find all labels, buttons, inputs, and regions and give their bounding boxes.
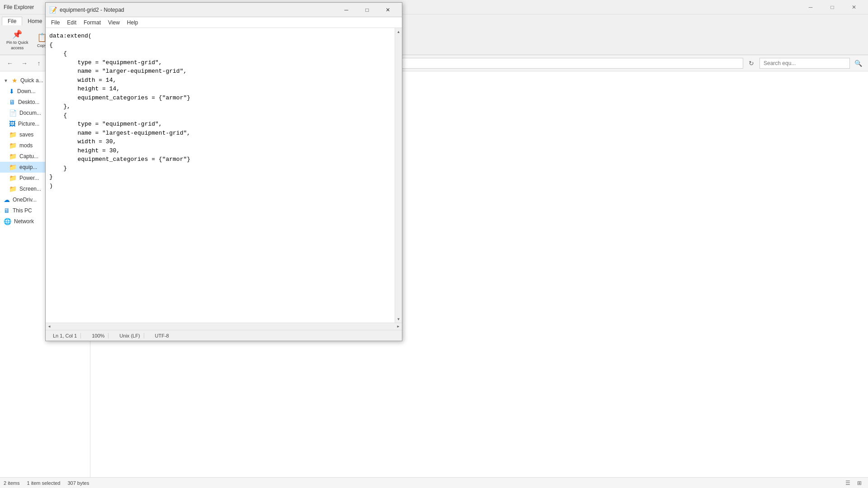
downloads-label: Down... bbox=[17, 88, 36, 94]
thispc-label: This PC bbox=[13, 207, 32, 214]
scroll-right-button[interactable]: ► bbox=[395, 323, 402, 330]
captures-label: Captu... bbox=[19, 153, 38, 160]
downloads-icon: ⬇ bbox=[9, 88, 14, 95]
mods-folder-icon: 📁 bbox=[9, 142, 17, 149]
np-content: data:extend( { { type = "equipment-grid"… bbox=[46, 28, 402, 323]
details-view-button[interactable]: ⊞ bbox=[854, 479, 864, 487]
expand-arrow-icon: ▼ bbox=[4, 78, 8, 83]
desktop-icon: 🖥 bbox=[9, 99, 15, 106]
np-textarea[interactable]: data:extend( { { type = "equipment-grid"… bbox=[46, 28, 395, 323]
mods-label: mods bbox=[19, 142, 33, 149]
fe-titlebar-controls: ─ □ ✕ bbox=[800, 0, 864, 14]
np-menu-help[interactable]: Help bbox=[123, 19, 142, 27]
scroll-down-button[interactable]: ▼ bbox=[395, 315, 402, 323]
np-zoom: 100% bbox=[88, 333, 108, 338]
np-line-col: Ln 1, Col 1 bbox=[49, 333, 81, 338]
quick-access-label: Quick a... bbox=[20, 77, 43, 84]
back-button[interactable]: ← bbox=[4, 57, 16, 70]
pictures-label: Picture... bbox=[18, 121, 39, 127]
captures-folder-icon: 📁 bbox=[9, 153, 17, 160]
np-minimize-button[interactable]: ─ bbox=[336, 3, 357, 17]
saves-folder-icon: 📁 bbox=[9, 131, 17, 138]
statusbar-right: ☰ ⊞ bbox=[843, 479, 864, 487]
np-encoding: UTF-8 bbox=[151, 333, 173, 338]
star-icon: ★ bbox=[12, 77, 18, 84]
pin-label: Pin to Quickaccess bbox=[6, 40, 28, 51]
pin-quick-access-button[interactable]: 📌 Pin to Quickaccess bbox=[4, 28, 31, 52]
np-hscrollbar[interactable]: ◄ ► bbox=[46, 323, 402, 330]
np-menu-edit[interactable]: Edit bbox=[63, 19, 80, 27]
np-titlebar-left: 📝 equipment-grid2 - Notepad bbox=[49, 6, 124, 14]
desktop-label: Deskto... bbox=[18, 99, 39, 105]
fe-statusbar: 2 items 1 item selected 307 bytes ☰ ⊞ bbox=[0, 477, 868, 488]
np-statusbar: Ln 1, Col 1 100% Unix (LF) UTF-8 bbox=[46, 330, 402, 341]
scroll-left-button[interactable]: ◄ bbox=[46, 323, 53, 330]
equipment-folder-icon: 📁 bbox=[9, 164, 17, 171]
np-maximize-button[interactable]: □ bbox=[357, 3, 377, 17]
tab-home[interactable]: Home bbox=[22, 17, 47, 25]
fe-maximize-button[interactable]: □ bbox=[822, 0, 843, 14]
tab-file[interactable]: File bbox=[2, 17, 22, 25]
np-controls: ─ □ ✕ bbox=[336, 3, 398, 17]
notepad-window: 📝 equipment-grid2 - Notepad ─ □ ✕ File E… bbox=[45, 2, 402, 341]
np-menu-view[interactable]: View bbox=[104, 19, 123, 27]
statusbar-info: 2 items 1 item selected 307 bytes bbox=[4, 480, 89, 486]
pin-icon: 📌 bbox=[12, 29, 22, 39]
np-title: equipment-grid2 - Notepad bbox=[60, 7, 124, 13]
search-button[interactable]: 🔍 bbox=[852, 57, 864, 70]
documents-icon: 📄 bbox=[9, 109, 17, 117]
np-titlebar: 📝 equipment-grid2 - Notepad ─ □ ✕ bbox=[46, 3, 402, 17]
screen-label: Screen... bbox=[19, 186, 41, 192]
selected-info: 1 item selected bbox=[27, 480, 60, 486]
saves-label: saves bbox=[19, 131, 33, 138]
np-menubar: File Edit Format View Help bbox=[46, 17, 402, 28]
fe-close-button[interactable]: ✕ bbox=[844, 0, 864, 14]
np-menu-file[interactable]: File bbox=[47, 19, 63, 27]
network-label: Network bbox=[14, 218, 34, 225]
hscroll-track[interactable] bbox=[53, 323, 395, 330]
search-input[interactable] bbox=[760, 58, 850, 69]
np-scrollbar[interactable]: ▲ ▼ bbox=[395, 28, 402, 323]
np-menu-format[interactable]: Format bbox=[80, 19, 104, 27]
file-size: 307 bytes bbox=[67, 480, 89, 486]
power-label: Power... bbox=[19, 175, 39, 181]
list-view-button[interactable]: ☰ bbox=[843, 479, 853, 487]
scroll-up-button[interactable]: ▲ bbox=[395, 28, 402, 35]
power-folder-icon: 📁 bbox=[9, 174, 17, 182]
documents-label: Docum... bbox=[19, 110, 41, 116]
network-icon: 🌐 bbox=[4, 218, 11, 225]
fe-title: File Explorer bbox=[4, 4, 34, 10]
notepad-icon: 📝 bbox=[49, 6, 57, 14]
thispc-icon: 🖥 bbox=[4, 207, 10, 214]
screen-folder-icon: 📁 bbox=[9, 185, 17, 192]
equipment-label: equip... bbox=[19, 164, 37, 170]
fe-titlebar-left: File Explorer bbox=[4, 4, 34, 10]
np-line-ending: Unix (LF) bbox=[116, 333, 144, 338]
np-close-button[interactable]: ✕ bbox=[377, 3, 398, 17]
scroll-track[interactable] bbox=[395, 35, 402, 315]
forward-button[interactable]: → bbox=[18, 57, 31, 70]
item-count: 2 items bbox=[4, 480, 19, 486]
refresh-button[interactable]: ↻ bbox=[745, 57, 758, 70]
onedrive-icon: ☁ bbox=[4, 196, 10, 203]
pictures-icon: 🖼 bbox=[9, 120, 15, 127]
up-button[interactable]: ↑ bbox=[33, 57, 45, 70]
fe-minimize-button[interactable]: ─ bbox=[800, 0, 821, 14]
onedrive-label: OneDriv... bbox=[13, 197, 37, 203]
